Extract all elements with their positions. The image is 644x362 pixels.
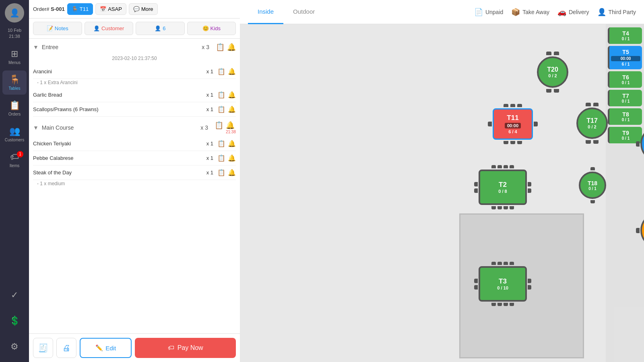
sidebar-item-customers[interactable]: 👥 Customers (2, 122, 27, 146)
table-T17[interactable]: T17 0 / 2 (576, 103, 608, 144)
pebbe-bell-icon[interactable]: 🔔 (228, 154, 236, 162)
delivery-action[interactable]: 🚗 Delivery (557, 8, 589, 17)
garlic-bell-icon[interactable]: 🔔 (228, 91, 236, 99)
bottom-bar: 🧾 🖨 ✏️ Edit 🏷 Pay Now (29, 333, 240, 362)
scallops-print-icon[interactable]: 📋 (217, 105, 225, 113)
number-icon: 👤 (155, 25, 161, 31)
sidebar-item-orders[interactable]: 📋 Orders (2, 96, 27, 120)
tables-label: Tables (9, 86, 21, 91)
entree-bell-icon[interactable]: 🔔 (227, 43, 236, 52)
print-icon: 🖨 (62, 343, 70, 353)
chicken-print-icon[interactable]: 📋 (217, 140, 225, 147)
date-time: 10 Feb 21:38 (8, 27, 21, 40)
kids-icon: 😊 (202, 25, 209, 31)
table-T5[interactable]: T5 00:00 6 / 1 (608, 46, 642, 69)
arancini-print-icon[interactable]: 📋 (217, 68, 225, 75)
takeaway-action[interactable]: 📦 Take Away (511, 8, 549, 17)
main-send-icon[interactable]: 📋 (215, 121, 223, 134)
steak-print-icon[interactable]: 📋 (217, 169, 225, 176)
pay-icon: 🏷 (168, 344, 174, 352)
section-main-header: ▼ Main Course x 3 📋 🔔 21:38 (33, 117, 236, 137)
order-items: ▼ Entree x 3 📋 🔔 2023-02-10 21:37:50 Ara… (29, 39, 240, 333)
kids-button[interactable]: 😊 Kids (187, 22, 236, 35)
table-T3[interactable]: T3 0 / 10 (474, 262, 531, 306)
main-area: Inside Outdoor 📄 Unpaid 📦 Take Away 🚗 De… (240, 0, 644, 362)
menus-label: Menus (8, 60, 21, 65)
tab-outdoor[interactable]: Outdoor (283, 0, 324, 24)
item-scallops: Scallops/Prawns (6 Prawns) x 1 📋 🔔 (33, 102, 236, 117)
notes-button[interactable]: 📝 Notes (33, 22, 82, 35)
table-T1[interactable]: T1 00:00 0 / 6 (636, 121, 644, 167)
pebbe-print-icon[interactable]: 📋 (217, 154, 225, 162)
table-T20[interactable]: T20 0 / 2 (537, 52, 568, 93)
arancini-bell-icon[interactable]: 🔔 (228, 68, 236, 75)
menus-icon: ⊞ (11, 49, 18, 59)
table-T10[interactable]: T10 00:00 3 / 10 (636, 207, 644, 253)
payments-icon: 💲 (9, 316, 20, 326)
print-button[interactable]: 🖨 (56, 338, 76, 358)
table-T6[interactable]: T6 0 / 1 (608, 71, 642, 88)
reports-icon: ✓ (11, 290, 18, 300)
main-title: Main Course (42, 124, 74, 131)
edit-button[interactable]: ✏️ Edit (80, 338, 132, 358)
sidebar-item-items[interactable]: 🏷 Items 1 (2, 148, 27, 172)
main-chevron[interactable]: ▼ (33, 124, 39, 131)
more-icon: 💬 (133, 6, 140, 12)
top-tabs: Inside Outdoor 📄 Unpaid 📦 Take Away 🚗 De… (240, 0, 644, 24)
pay-now-button[interactable]: 🏷 Pay Now (135, 338, 236, 358)
thirdparty-action[interactable]: 👤 Third Party (597, 8, 636, 17)
main-count: x 3 (200, 124, 208, 131)
customer-icon: 👤 (93, 25, 100, 31)
section-entree-header: ▼ Entree x 3 📋 🔔 (33, 39, 236, 54)
more-button[interactable]: 💬 More (129, 3, 158, 15)
edit-icon: ✏️ (95, 344, 103, 352)
top-actions: 📄 Unpaid 📦 Take Away 🚗 Delivery 👤 Third … (474, 8, 636, 17)
action-row: 📝 Notes 👤 Customer 👤 6 😊 Kids (29, 19, 240, 39)
entree-send-icon[interactable]: 📋 (216, 43, 225, 52)
table-button[interactable]: 🪑 T11 (67, 3, 93, 15)
thirdparty-icon: 👤 (597, 8, 606, 17)
sidebar-item-tables[interactable]: 🪑 Tables (2, 70, 27, 95)
scallops-bell-icon[interactable]: 🔔 (228, 105, 236, 113)
order-panel: Order# S-001 🪑 T11 📅 ASAP 💬 More 📝 Notes… (29, 0, 240, 362)
entree-chevron[interactable]: ▼ (33, 44, 39, 50)
garlic-print-icon[interactable]: 📋 (217, 91, 225, 99)
arancini-sub: - 1 x Extra Arancini (33, 79, 236, 88)
table-T11[interactable]: T11 00:00 6 / 4 (488, 104, 538, 144)
asap-icon: 📅 (100, 6, 106, 12)
table-T4[interactable]: T4 0 / 1 (608, 27, 642, 44)
number-button[interactable]: 👤 6 (136, 22, 185, 35)
tables-icon: 🪑 (9, 74, 20, 85)
orders-label: Orders (8, 112, 21, 116)
orders-icon: 📋 (9, 100, 20, 111)
floor-map: T20 0 / 2 SIN333 0 / 1 (240, 24, 644, 362)
table-T18[interactable]: T18 0 / 1 (579, 167, 606, 203)
customer-button[interactable]: 👤 Customer (85, 22, 134, 35)
entree-count: x 3 (202, 44, 209, 50)
entree-timestamp: 2023-02-10 21:37:50 (33, 54, 236, 64)
item-garlic-bread: Garlic Bread x 1 📋 🔔 (33, 88, 236, 102)
asap-button[interactable]: 📅 ASAP (95, 3, 126, 15)
table-T2[interactable]: T2 0 / 8 (474, 165, 531, 209)
sidebar-item-settings[interactable]: ⚙ (2, 335, 27, 359)
table-T7[interactable]: T7 0 / 1 (608, 90, 642, 106)
sidebar-item-reports[interactable]: ✓ (2, 283, 27, 307)
chicken-bell-icon[interactable]: 🔔 (228, 140, 236, 147)
delivery-icon: 🚗 (557, 8, 566, 17)
item-pebbe: Pebbe Calabrese x 1 📋 🔔 (33, 151, 236, 165)
avatar[interactable]: 👤 (5, 3, 24, 23)
main-bell-icon: 🔔 21:38 (226, 121, 236, 134)
tab-inside[interactable]: Inside (248, 0, 283, 24)
sidebar-item-payments[interactable]: 💲 (2, 309, 27, 333)
receipt-button[interactable]: 🧾 (33, 338, 53, 358)
item-chicken: Chicken Teriyaki x 1 📋 🔔 (33, 137, 236, 151)
unpaid-action[interactable]: 📄 Unpaid (474, 8, 503, 17)
entree-title: Entree (42, 44, 58, 50)
customers-label: Customers (5, 138, 24, 142)
steak-bell-icon[interactable]: 🔔 (228, 169, 236, 176)
sidebar-item-menus[interactable]: ⊞ Menus (2, 45, 27, 69)
item-arancini: Arancini x 1 📋 🔔 (33, 64, 236, 79)
sidebar: 👤 10 Feb 21:38 ⊞ Menus 🪑 Tables 📋 Orders… (0, 0, 29, 362)
receipt-icon: 🧾 (38, 343, 48, 353)
notes-icon: 📝 (47, 25, 53, 31)
